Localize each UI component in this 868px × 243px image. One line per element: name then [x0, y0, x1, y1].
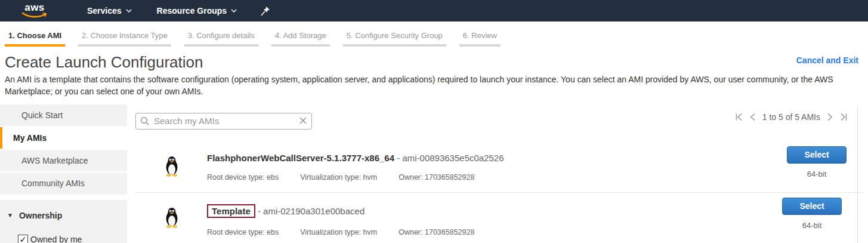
select-button[interactable]: Select [782, 198, 842, 215]
nav-resource-groups-menu[interactable]: Resource Groups [157, 6, 237, 16]
sidebar-item-my-amis[interactable]: My AMIs [0, 127, 127, 149]
ami-name-highlight-box: Template [207, 204, 255, 218]
clear-icon[interactable] [299, 116, 307, 125]
ami-root-device: Root device type: ebs [207, 173, 279, 182]
owned-by-me-label: Owned by me [30, 235, 82, 243]
ami-category-sidebar: Quick Start My AMIs AWS Marketplace Comm… [0, 104, 127, 243]
ami-owner: Owner: 170365852928 [399, 228, 474, 236]
last-page-icon[interactable] [840, 113, 848, 121]
ami-root-device: Root device type: ebs [207, 228, 279, 236]
sidebar-item-community-amis[interactable]: Community AMIs [0, 173, 127, 194]
aws-logo-text: aws [24, 3, 45, 12]
ami-title: FlashphonerWebCallServer-5.1.3777-x86_64… [207, 153, 504, 163]
sidebar-item-quick-start[interactable]: Quick Start [0, 104, 127, 126]
search-icon [140, 116, 150, 126]
tab-choose-ami[interactable]: 1. Choose AMI [5, 31, 65, 47]
page-title: Create Launch Configuration [5, 53, 203, 72]
owned-by-me-option: ✓ Owned by me [18, 235, 127, 243]
pagination-range: 1 to 5 of 5 AMIs [762, 112, 820, 122]
linux-icon [164, 207, 180, 228]
prev-page-icon[interactable] [750, 113, 755, 121]
ami-owner: Owner: 170365852928 [399, 173, 474, 182]
linux-icon [164, 155, 180, 177]
nav-services-label: Services [87, 6, 122, 16]
wizard-steps: 1. Choose AMI 2. Choose Instance Type 3.… [0, 21, 868, 47]
owned-by-me-checkbox[interactable]: ✓ [18, 235, 28, 243]
sidebar-item-aws-marketplace[interactable]: AWS Marketplace [0, 150, 127, 171]
tab-add-storage[interactable]: 4. Add Storage [271, 31, 330, 47]
collapse-triangle-icon: ▼ [7, 212, 13, 219]
search-input[interactable] [135, 113, 312, 130]
ami-architecture: 64-bit [782, 221, 842, 230]
search-box [135, 113, 312, 130]
aws-smile-icon [21, 12, 48, 19]
nav-services-menu[interactable]: Services [87, 6, 132, 16]
ami-title: Template - ami-02190a301e00baced [207, 204, 474, 218]
pin-icon[interactable] [261, 6, 270, 16]
chevron-down-icon [231, 9, 237, 13]
cancel-and-exit-link[interactable]: Cancel and Exit [796, 56, 858, 65]
tab-review[interactable]: 6. Review [459, 31, 501, 47]
page-description: An AMI is a template that contains the s… [0, 72, 868, 98]
select-button[interactable]: Select [787, 146, 847, 164]
ami-architecture: 64-bit [787, 170, 847, 179]
ami-list-panel: 1 to 5 of 5 AMIs [127, 104, 868, 243]
ownership-filter-label: Ownership [19, 211, 62, 220]
ami-row: Template - ami-02190a301e00baced Root de… [135, 192, 863, 243]
first-page-icon[interactable] [735, 113, 743, 121]
filters-panel: ▼ Ownership ✓ Owned by me [0, 200, 127, 243]
pagination: 1 to 5 of 5 AMIs [735, 112, 848, 122]
tab-choose-instance-type[interactable]: 2. Choose Instance Type [78, 31, 171, 47]
tab-configure-details[interactable]: 3. Configure details [184, 31, 258, 47]
ami-name: FlashphonerWebCallServer-5.1.3777-x86_64 [207, 153, 394, 163]
ami-id: - ami-00893635e5c0a2526 [394, 153, 503, 163]
nav-resource-groups-label: Resource Groups [157, 6, 227, 16]
tab-configure-security-group[interactable]: 5. Configure Security Group [343, 31, 446, 47]
ownership-filter-toggle[interactable]: ▼ Ownership [7, 211, 127, 220]
ami-row: FlashphonerWebCallServer-5.1.3777-x86_64… [135, 142, 868, 192]
chevron-down-icon [126, 9, 132, 13]
top-nav-bar: aws Services Resource Groups [0, 0, 868, 21]
ami-id: - ami-02190a301e00baced [255, 206, 365, 216]
next-page-icon[interactable] [827, 113, 833, 121]
aws-logo[interactable]: aws [21, 3, 48, 19]
ami-virtualization: Virtualization type: hvm [300, 173, 377, 182]
ami-virtualization: Virtualization type: hvm [300, 228, 377, 236]
